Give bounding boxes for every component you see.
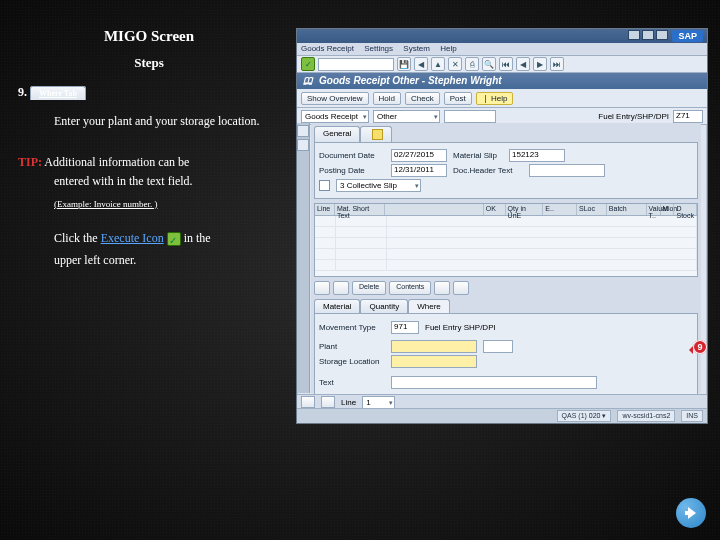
- callout-marker: 9: [693, 340, 707, 354]
- help-button[interactable]: ❘ Help: [476, 92, 514, 105]
- post-button[interactable]: Post: [444, 92, 472, 105]
- save-icon[interactable]: 💾: [397, 57, 411, 71]
- command-field[interactable]: [318, 58, 394, 71]
- last-page-icon[interactable]: ⏭: [550, 57, 564, 71]
- menu-help[interactable]: Help: [440, 44, 456, 53]
- sys-client: QAS (1) 020 ▾: [557, 410, 612, 422]
- detail-icon[interactable]: [314, 281, 330, 295]
- post-date-field[interactable]: 12/31/2011: [391, 164, 447, 177]
- plant-label: Plant: [319, 342, 385, 351]
- doc-date-label: Document Date: [319, 151, 385, 160]
- refdoc-select[interactable]: Other: [373, 110, 440, 123]
- header-panel: Document Date 02/27/2015 Material Slip 1…: [314, 142, 698, 199]
- tab-general[interactable]: General: [314, 126, 360, 142]
- steps-heading: Steps: [14, 55, 284, 71]
- tab-quantity[interactable]: Quantity: [360, 299, 408, 313]
- warning-icon: [372, 129, 383, 140]
- window-titlebar: SAP: [297, 29, 707, 43]
- fuel-entry-label: Fuel Entry/SHP/DPI: [598, 112, 669, 121]
- back-icon[interactable]: ◀: [414, 57, 428, 71]
- menu-goods-receipt[interactable]: Goods Receipt: [301, 44, 354, 53]
- check-button[interactable]: Check: [405, 92, 440, 105]
- matslip-field[interactable]: 152123: [509, 149, 565, 162]
- copy-icon[interactable]: [333, 281, 349, 295]
- instruction-panel: MIGO Screen Steps 9. Where Tab Enter you…: [0, 0, 290, 540]
- headertext-field[interactable]: [529, 164, 605, 177]
- left-toolstrip: [297, 123, 310, 393]
- execute-icon: [167, 232, 181, 246]
- step-number: 9. Where Tab: [18, 85, 284, 100]
- collective-slip-select[interactable]: 3 Collective Slip: [336, 179, 421, 192]
- grid-toolbar: Delete Contents: [314, 281, 698, 295]
- text-field[interactable]: [391, 376, 597, 389]
- where-tab-label: Where Tab: [30, 86, 86, 100]
- app-toolbar: Show Overview Hold Check Post ❘ Help: [297, 89, 707, 108]
- execute-instruction-line2: upper left corner.: [54, 249, 284, 272]
- sys-host: wv-scsid1-cns2: [617, 410, 675, 422]
- window-buttons[interactable]: [626, 30, 668, 42]
- collapse-icon[interactable]: [297, 139, 309, 151]
- action-select[interactable]: Goods Receipt: [301, 110, 369, 123]
- next-page-icon[interactable]: ▶: [533, 57, 547, 71]
- tree-icon[interactable]: [297, 125, 309, 137]
- matslip-label: Material Slip: [453, 151, 503, 160]
- tip-row: TIP: Additional information can be: [18, 155, 284, 170]
- filter-icon[interactable]: [453, 281, 469, 295]
- next-slide-button[interactable]: [676, 498, 706, 528]
- sys-mode: INS: [681, 410, 703, 422]
- sloc-field[interactable]: [391, 355, 477, 368]
- plant-field[interactable]: [391, 340, 477, 353]
- main-area: General Document Date 02/27/2015 Materia…: [311, 123, 701, 393]
- prev-page-icon[interactable]: ◀: [516, 57, 530, 71]
- system-status-bar: QAS (1) 020 ▾ wv-scsid1-cns2 INS: [297, 408, 707, 423]
- sap-logo: SAP: [672, 30, 703, 42]
- line-select[interactable]: 1: [362, 396, 395, 409]
- line-label: Line: [341, 398, 356, 407]
- page-title: MIGO Screen: [14, 28, 284, 45]
- first-page-icon[interactable]: ⏮: [499, 57, 513, 71]
- tab-where[interactable]: Where: [408, 299, 450, 313]
- sort-icon[interactable]: [434, 281, 450, 295]
- tip-example: (Example: Invoice number. ): [54, 199, 284, 209]
- delete-button[interactable]: Delete: [352, 281, 386, 295]
- detail-nav-bar: Line 1: [297, 394, 707, 409]
- step-body: Enter your plant and your storage locati…: [54, 110, 284, 133]
- tip-label: TIP:: [18, 155, 42, 169]
- plant-code-field[interactable]: [483, 340, 513, 353]
- print-icon[interactable]: ⎙: [465, 57, 479, 71]
- sap-window: SAP Goods Receipt Settings System Help ✓…: [296, 28, 708, 424]
- sloc-label: Storage Location: [319, 357, 385, 366]
- tip-body: entered with in the text field.: [54, 170, 284, 193]
- find-icon[interactable]: 🔍: [482, 57, 496, 71]
- contents-button[interactable]: Contents: [389, 281, 431, 295]
- cancel-icon[interactable]: ✕: [448, 57, 462, 71]
- transaction-title: 🕮Goods Receipt Other - Stephen Wright: [297, 73, 707, 89]
- show-overview-button[interactable]: Show Overview: [301, 92, 369, 105]
- tab-material[interactable]: Material: [314, 299, 360, 313]
- menu-settings[interactable]: Settings: [364, 44, 393, 53]
- doc-date-field[interactable]: 02/27/2015: [391, 149, 447, 162]
- mvt-type-value[interactable]: 971: [391, 321, 419, 334]
- menu-system[interactable]: System: [403, 44, 430, 53]
- post-date-label: Posting Date: [319, 166, 385, 175]
- headertext-label: Doc.Header Text: [453, 166, 523, 175]
- hold-button[interactable]: Hold: [373, 92, 401, 105]
- prev-item-icon[interactable]: [301, 396, 315, 408]
- item-grid[interactable]: Line Mat. Short Text OK Qty in UnE E.. S…: [314, 203, 698, 277]
- execute-icon-link: Execute Icon: [101, 231, 164, 245]
- execute-instruction: Click the Execute Icon in the: [54, 227, 284, 250]
- mvt-type-label: Movement Type: [319, 323, 385, 332]
- standard-toolbar: ✓ 💾 ◀ ▲ ✕ ⎙ 🔍 ⏮ ◀ ▶ ⏭: [297, 56, 707, 73]
- tab-vendor[interactable]: [360, 126, 392, 142]
- next-item-icon[interactable]: [321, 396, 335, 408]
- enter-icon[interactable]: ✓: [301, 57, 315, 71]
- text-label: Text: [319, 378, 385, 387]
- mvt-desc: Fuel Entry SHP/DPI: [425, 323, 496, 332]
- ref-input[interactable]: [444, 110, 496, 123]
- mvt-type-field[interactable]: Z71: [673, 110, 703, 123]
- menu-bar[interactable]: Goods Receipt Settings System Help: [297, 43, 707, 56]
- exit-icon[interactable]: ▲: [431, 57, 445, 71]
- where-panel: Movement Type 971 Fuel Entry SHP/DPI Pla…: [314, 313, 698, 396]
- collective-slip-checkbox[interactable]: [319, 180, 330, 191]
